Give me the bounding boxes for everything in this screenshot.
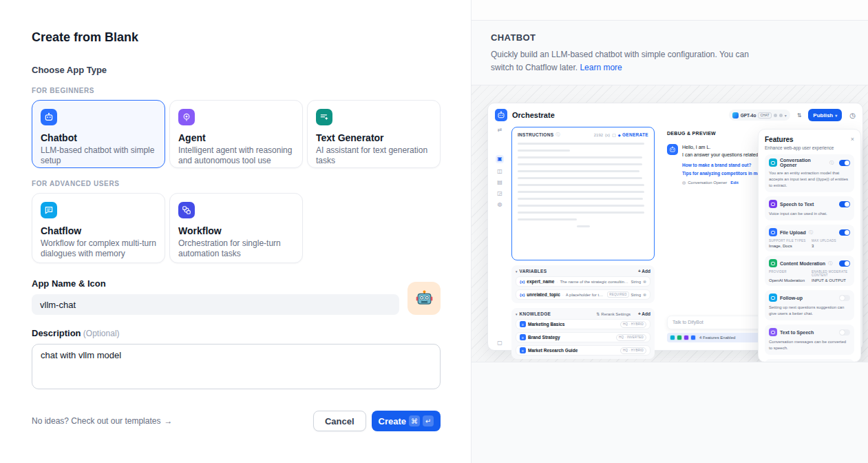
skeleton-line	[518, 143, 644, 145]
modal-footer: No ideas? Check out our templates → Canc…	[32, 411, 441, 431]
info-icon: ⓘ	[828, 260, 832, 267]
suggestion-link[interactable]: How to make a brand stand out?	[682, 163, 751, 167]
app-name-input[interactable]	[32, 294, 399, 315]
skeleton-line	[518, 177, 642, 179]
card-description: AI assistant for text generation tasks	[316, 145, 432, 166]
variable-row[interactable]: {x} unrelated_topic · A placeholder for …	[516, 289, 650, 300]
text-to-speech-icon	[769, 328, 777, 336]
prompt-tab-icon[interactable]: ▣	[496, 155, 504, 163]
cmd-key-icon: ⌘	[409, 415, 420, 426]
feature-text-to-speech: Text to Speech Conversation messages can…	[765, 325, 854, 355]
enter-key-icon: ↵	[423, 415, 434, 426]
remove-variable-icon[interactable]: ⊗	[643, 292, 646, 297]
skeleton-line	[518, 150, 570, 152]
toggle-follow-up[interactable]	[839, 295, 850, 301]
bot-avatar-icon	[667, 144, 678, 155]
skeleton-line	[518, 212, 644, 214]
variable-insert-icon[interactable]: {x}	[605, 133, 610, 137]
knowledge-row[interactable]: ≡ Marketing Basics HQ · HYBRID	[516, 319, 650, 329]
knowledge-row[interactable]: ≡ Market Research Guide HQ · HYBRID	[516, 345, 650, 356]
top-strip	[472, 0, 868, 21]
preview-app-title: Orchestrate	[512, 111, 555, 119]
variable-row[interactable]: {x} expert_name · The name of the strate…	[516, 276, 650, 287]
toggle-speech-to-text[interactable]	[839, 201, 850, 207]
description-textarea[interactable]: chat with vllm model	[32, 344, 441, 389]
optional-hint: (Optional)	[81, 329, 120, 338]
card-description: Workflow for complex multi-turn dialogue…	[41, 238, 156, 259]
toggle-text-to-speech[interactable]	[839, 329, 850, 336]
image-tab-icon[interactable]: ◫	[497, 169, 502, 174]
skeleton-line	[518, 170, 639, 172]
history-clock-icon[interactable]: ◷	[849, 112, 856, 119]
notes-tab-icon[interactable]: ◲	[497, 191, 502, 196]
remove-variable-icon[interactable]: ⊗	[643, 279, 646, 284]
model-param-icon	[779, 114, 783, 117]
create-button[interactable]: Create ⌘ ↵	[372, 411, 441, 431]
edit-opener-link[interactable]: Edit	[730, 181, 738, 185]
retrieval-badge: HQ · INVERTED	[616, 334, 646, 341]
preview-panel: CHATBOT Quickly build an LLM-based chatb…	[471, 0, 868, 463]
knowledge-row[interactable]: ≡ Brand Strategy HQ · INVERTED	[516, 332, 650, 342]
app-type-card-chatbot[interactable]: Chatbot LLM-based chatbot with simple se…	[32, 100, 165, 168]
chevron-down-icon[interactable]: ▾	[516, 269, 518, 274]
frame-icon[interactable]: ▢	[497, 340, 502, 346]
card-title: Text Generator	[316, 132, 432, 143]
model-selector[interactable]: GPT-4o CHAT ▾	[729, 110, 790, 121]
instructions-header: INSTRUCTIONS ⓘ 2192 {x} ▢ ◆ GENERATE	[518, 132, 648, 138]
chevron-down-icon[interactable]: ▾	[516, 312, 518, 316]
group-label-advanced: FOR ADVANCED USERS	[32, 180, 441, 187]
app-type-description: Quickly build an LLM-based chatbot with …	[491, 48, 761, 74]
arrow-right-icon: →	[164, 416, 172, 426]
feature-conversation-opener: Conversation Opener ⓘ You are an entity …	[765, 154, 854, 192]
learn-more-link[interactable]: Learn more	[580, 63, 622, 72]
generate-button[interactable]: ◆ GENERATE	[618, 132, 648, 137]
globe-tab-icon[interactable]: ◍	[498, 202, 502, 207]
speech-to-text-icon	[769, 200, 777, 208]
preview-header: Orchestrate GPT-4o CHAT ▾ ⇅ Publish ▾	[488, 103, 862, 127]
variable-icon: {x}	[520, 293, 525, 297]
app-name-label: App Name & Icon	[32, 278, 399, 289]
app-type-card-agent[interactable]: Agent Intelligent agent with reasoning a…	[169, 100, 303, 168]
app-icon-picker[interactable]	[407, 282, 441, 315]
model-param-icon	[774, 114, 777, 117]
instructions-editor[interactable]: INSTRUCTIONS ⓘ 2192 {x} ▢ ◆ GENERATE	[511, 127, 655, 260]
variables-header: ▾ VARIABLES + Add	[516, 269, 650, 274]
settings-sliders-icon[interactable]: ⇅	[797, 112, 802, 119]
dataset-icon: ≡	[520, 334, 526, 340]
beginner-cards: Chatbot LLM-based chatbot with simple se…	[32, 100, 441, 168]
advanced-cards: Chatflow Workflow for complex multi-turn…	[32, 193, 441, 263]
rerank-settings-button[interactable]: ⇅ Rerank Settings	[596, 311, 631, 316]
sparkle-icon: ◆	[618, 133, 621, 137]
swap-icon[interactable]: ⇄	[498, 127, 502, 133]
speech-to-text-chip-icon	[684, 335, 689, 340]
info-icon: ⓘ	[809, 229, 813, 236]
retrieval-badge: HQ · HYBRID	[620, 321, 646, 328]
feature-content-moderation: Content Moderation ⓘ PROVIDER ENABLED MO…	[765, 256, 854, 286]
text-generator-icon	[316, 109, 332, 125]
docs-tab-icon[interactable]: ▤	[497, 180, 502, 185]
add-knowledge-button[interactable]: + Add	[638, 311, 650, 316]
app-type-card-text-generator[interactable]: Text Generator AI assistant for text gen…	[307, 100, 441, 168]
publish-button[interactable]: Publish ▾	[808, 109, 842, 121]
toggle-conversation-opener[interactable]	[839, 160, 850, 166]
model-mode-tag: CHAT	[758, 112, 771, 119]
close-icon[interactable]: ×	[851, 136, 854, 143]
agent-icon	[178, 109, 195, 125]
card-title: Workflow	[178, 225, 294, 236]
suggestion-link[interactable]: Tips for analyzing competitors in market	[682, 171, 768, 176]
add-variable-button[interactable]: + Add	[638, 269, 650, 274]
toggle-file-upload[interactable]	[839, 229, 850, 236]
features-panel: Features × Enhance web-app user experien…	[758, 129, 861, 362]
app-type-card-chatflow[interactable]: Chatflow Workflow for complex multi-turn…	[32, 193, 165, 263]
cancel-button[interactable]: Cancel	[313, 411, 366, 431]
model-provider-icon	[732, 112, 739, 119]
content-moderation-chip-icon	[677, 335, 682, 340]
toggle-content-moderation[interactable]	[839, 260, 850, 267]
templates-link[interactable]: No ideas? Check out our templates →	[32, 416, 172, 426]
app-type-heading: CHATBOT	[491, 32, 849, 43]
chatflow-icon	[41, 202, 57, 218]
app-type-card-workflow[interactable]: Workflow Orchestration for single-turn a…	[169, 193, 303, 263]
copy-icon[interactable]: ▢	[612, 132, 616, 137]
rerank-icon: ⇅	[596, 311, 600, 316]
follow-up-icon	[769, 294, 777, 302]
